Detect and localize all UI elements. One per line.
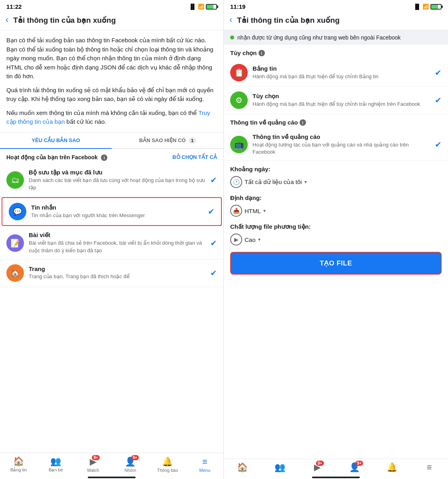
item-posts[interactable]: 📝 Bài viết Bài viết bạn đã chia sẻ trên … — [0, 227, 223, 259]
nav-label-watch: Watch — [87, 468, 99, 473]
right-content: nhận được từ ứng dụng cũng như trang web… — [224, 30, 448, 459]
tuy-chon-option-desc: Hành động mà bạn đã thực hiện để tùy chỉ… — [253, 101, 432, 108]
date-range-row: Khoảng ngày: 🕐 Tất cả dữ liệu của tôi ▾ — [224, 161, 448, 190]
bang-tin-option-icon: 📋 — [230, 64, 248, 81]
notifications-icon-right: 🔔 — [387, 462, 397, 473]
nav-nhom[interactable]: 👤 9+ Nhóm — [112, 455, 149, 473]
green-dot — [230, 36, 234, 40]
format-label: Định dạng: — [230, 194, 442, 202]
right-screen: 11:19 ▐▌ 📶 ‹ Tải thông tin của bạn xuống… — [224, 0, 448, 479]
options-info-icon[interactable]: i — [259, 50, 265, 56]
home-indicator-right — [312, 477, 360, 478]
messages-content: Tin nhắn Tin nhắn của bạn với người khác… — [31, 204, 205, 219]
pages-title: Trang — [29, 265, 207, 272]
deselect-all-btn[interactable]: BỎ CHỌN TẤT CẢ — [172, 154, 217, 160]
quality-dropdown[interactable]: ▾ — [258, 237, 261, 242]
tab-ban-sao[interactable]: BẢN SAO HIỆN CÓ 1 — [112, 133, 223, 148]
nav-notifications-right[interactable]: 🔔 — [373, 461, 411, 473]
tuy-chon-check: ✔ — [435, 95, 442, 105]
description-block: Bạn có thể tải xuống bản sao thông tin F… — [0, 30, 223, 133]
home-icon-right: 🏠 — [237, 462, 248, 473]
nav-home-right[interactable]: 🏠 — [224, 461, 261, 473]
item-messages[interactable]: 💬 Tin nhắn Tin nhắn của bạn với người kh… — [2, 197, 222, 226]
wifi-icon-right: 📶 — [422, 4, 429, 10]
format-row: Định dạng: 📥 HTML ▾ — [224, 190, 448, 218]
posts-desc: Bài viết bạn đã chia sẻ trên Facebook, b… — [29, 240, 207, 254]
collection-content: Bộ sưu tập và mục đã lưu Danh sách các b… — [29, 169, 207, 191]
pages-check: ✔ — [210, 268, 217, 278]
option-tuy-chon[interactable]: ⚙ Tùy chọn Hành động mà bạn đã thực hiện… — [224, 87, 448, 114]
nav-friends-right[interactable]: 👥 — [261, 461, 299, 473]
tab-badge: 1 — [189, 138, 196, 143]
groups-badge: 9+ — [131, 455, 139, 460]
nav-bang-tin[interactable]: 🏠 Bảng tin — [0, 455, 37, 473]
nav-thong-bao[interactable]: 🔔 Thông báo — [149, 455, 186, 473]
notifications-icon: 🔔 — [162, 457, 173, 467]
back-button-right[interactable]: ‹ — [229, 15, 232, 25]
item-pages[interactable]: 🏠 Trang Trang của bạn, Trang bạn đã thíc… — [0, 259, 223, 287]
left-content: Bạn có thể tải xuống bản sao thông tin F… — [0, 30, 223, 453]
quality-row: Chất lượng file phương tiện: ▶ Cao ▾ — [224, 218, 448, 247]
friends-icon-right: 👥 — [274, 462, 285, 473]
tuy-chon-option-title: Tùy chọn — [253, 93, 432, 100]
date-range-label: Khoảng ngày: — [230, 166, 442, 173]
messages-check: ✔ — [208, 207, 215, 216]
nav-watch-right[interactable]: ▶ 9+ — [298, 461, 336, 473]
menu-icon: ≡ — [202, 457, 207, 467]
bang-tin-check: ✔ — [435, 68, 442, 77]
ads-section-header: Thông tin về quảng cáo i — [224, 114, 448, 129]
page-title-left: Tải thông tin của bạn xuống — [13, 16, 116, 25]
ads-check: ✔ — [435, 140, 442, 149]
quality-value: Cao — [245, 236, 256, 243]
nav-menu-right[interactable]: ≡ — [411, 461, 448, 473]
desc-p2: Quá trình tải thông tin xuống sẽ có mật … — [6, 86, 217, 104]
desc-p3: Nếu muốn xem thông tin của mình mà không… — [6, 109, 217, 127]
tao-file-button[interactable]: TẠO FILE — [230, 252, 442, 275]
ads-item-content: Thông tin về quảng cáo Hoạt động tương t… — [253, 133, 432, 156]
nav-ban-be[interactable]: 👥 Bạn bè — [37, 455, 74, 473]
options-section-header: Tùy chọn i — [224, 45, 448, 59]
format-icon: 📥 — [230, 205, 242, 217]
watch-icon: ▶ 9+ — [90, 457, 97, 467]
battery-icon-left — [206, 4, 217, 10]
item-collection[interactable]: 🗂 Bộ sưu tập và mục đã lưu Danh sách các… — [0, 164, 223, 196]
messages-desc: Tin nhắn của bạn với người khác trên Mes… — [31, 212, 205, 219]
option-bang-tin[interactable]: 📋 Bảng tin Hành động mà bạn đã thực hiện… — [224, 59, 448, 87]
date-range-value: Tất cả dữ liệu của tôi — [245, 178, 302, 186]
back-button-left[interactable]: ‹ — [6, 15, 8, 25]
quality-icon: ▶ — [230, 234, 242, 245]
access-link[interactable]: Truy cập thông tin của bạn — [6, 109, 210, 125]
pages-content: Trang Trang của bạn, Trang bạn đã thích … — [29, 265, 207, 280]
posts-icon: 📝 — [6, 234, 24, 252]
pages-icon: 🏠 — [6, 264, 24, 282]
status-time-left: 11:22 — [6, 3, 22, 10]
collection-title: Bộ sưu tập và mục đã lưu — [29, 169, 207, 176]
ads-info-icon[interactable]: i — [300, 119, 306, 126]
nav-watch[interactable]: ▶ 9+ Watch — [75, 455, 112, 473]
status-icons-left: ▐▌ 📶 — [189, 4, 217, 10]
nav-label-bang-tin: Bảng tin — [10, 467, 27, 473]
collection-check: ✔ — [210, 175, 217, 185]
menu-icon-right: ≡ — [427, 462, 432, 473]
format-dropdown[interactable]: ▾ — [263, 208, 266, 214]
page-header-left: ‹ Tải thông tin của bạn xuống — [0, 12, 223, 30]
status-time-right: 11:19 — [230, 3, 245, 10]
ads-item[interactable]: 📺 Thông tin về quảng cáo Hoạt động tương… — [224, 129, 448, 161]
info-icon-activity[interactable]: i — [101, 154, 107, 161]
date-range-dropdown[interactable]: ▾ — [304, 179, 307, 185]
bottom-nav-right: 🏠 👥 ▶ 9+ 👤 9+ 🔔 ≡ — [224, 459, 448, 475]
watch-badge-right: 9+ — [316, 461, 324, 466]
groups-icon-right: 👤 9+ — [349, 462, 360, 473]
collection-desc: Danh sách các bài viết bạn đã lưu cùng v… — [29, 177, 207, 191]
status-bar-right: 11:19 ▐▌ 📶 — [224, 0, 448, 12]
collection-icon: 🗂 — [6, 171, 24, 189]
bang-tin-option-content: Bảng tin Hành động mà bạn đã thực hiện đ… — [253, 65, 432, 80]
bang-tin-option-desc: Hành động mà bạn đã thực hiện để tùy chỉ… — [253, 73, 432, 80]
options-label: Tùy chọn — [230, 49, 257, 57]
nav-label-thong-bao: Thông báo — [157, 468, 178, 473]
tab-yeu-cau[interactable]: YÊU CẦU BẢN SAO — [0, 133, 112, 148]
nav-groups-right[interactable]: 👤 9+ — [336, 461, 373, 473]
nav-menu[interactable]: ≡ Menu — [186, 455, 223, 473]
tuy-chon-option-icon: ⚙ — [230, 91, 248, 109]
activity-label: Hoạt động của bạn trên Facebook — [6, 154, 98, 160]
